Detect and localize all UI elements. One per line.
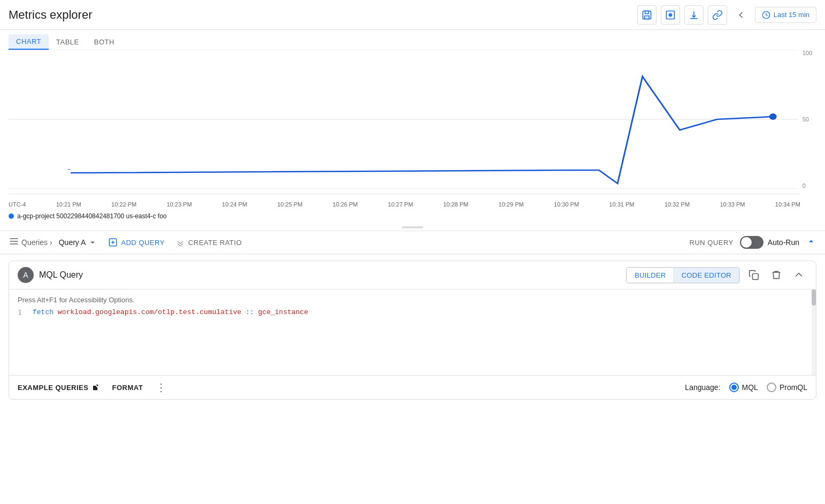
x-label-1032: 10:32 PM xyxy=(664,201,690,208)
x-label-1031: 10:31 PM xyxy=(609,201,635,208)
format-button[interactable]: FORMAT xyxy=(112,384,143,392)
run-query-button[interactable]: RUN QUERY xyxy=(690,239,734,247)
autorun-toggle-container: Auto-Run xyxy=(740,236,799,249)
language-label: Language: xyxy=(685,383,720,392)
tab-chart[interactable]: CHART xyxy=(9,34,49,50)
back-button[interactable] xyxy=(731,5,751,25)
svg-rect-0 xyxy=(643,11,651,19)
chart-legend: a-gcp-project 5002298440842481700 us-eas… xyxy=(0,210,825,224)
example-queries-label: EXAMPLE QUERIES xyxy=(18,384,88,392)
tab-both[interactable]: BOTH xyxy=(87,34,122,50)
code-fetch-keyword: fetch xyxy=(33,308,54,316)
query-panel: A MQL Query BUILDER CODE EDITOR Press Al… xyxy=(9,261,816,400)
dropdown-chevron-icon xyxy=(88,238,97,247)
chart-section: CHART TABLE BOTH 100 50 0 - UTC xyxy=(0,30,825,231)
chart-tabs: CHART TABLE BOTH xyxy=(0,30,825,50)
x-label-1023: 10:23 PM xyxy=(166,201,192,208)
example-queries-button[interactable]: EXAMPLE QUERIES xyxy=(18,384,99,392)
promql-radio-label: PromQL xyxy=(780,383,807,392)
time-range-button[interactable]: Last 15 min xyxy=(755,7,816,23)
app-header: Metrics explorer xyxy=(0,0,825,30)
code-content: fetch workload.googleapis.com/otlp.test.… xyxy=(33,308,308,316)
link-button[interactable] xyxy=(708,5,727,25)
x-label-1034: 10:34 PM xyxy=(775,201,800,208)
builder-button[interactable]: BUILDER xyxy=(627,268,674,283)
code-line-1: 1 fetch workload.googleapis.com/otlp.tes… xyxy=(18,308,807,316)
add-query-label: ADD QUERY xyxy=(121,239,165,247)
query-avatar: A xyxy=(18,267,34,283)
language-radio-group: MQL PromQL xyxy=(729,383,807,392)
more-options-button[interactable]: ⋮ xyxy=(156,381,166,394)
autorun-toggle[interactable] xyxy=(740,236,763,249)
code-path: workload.googleapis.com/otlp.test.cumula… xyxy=(58,308,241,316)
svg-rect-12 xyxy=(753,274,759,280)
autorun-label: Auto-Run xyxy=(768,238,799,247)
chart-x-axis xyxy=(9,194,800,194)
time-range-label: Last 15 min xyxy=(774,11,809,19)
query-toolbar: Queries › Query A ADD QUERY CREATE RATIO… xyxy=(0,231,825,254)
mql-radio-inner xyxy=(731,385,737,390)
scrollbar-thumb xyxy=(812,289,816,306)
line-number-1: 1 xyxy=(18,308,26,316)
create-ratio-icon xyxy=(175,238,185,247)
x-label-1022: 10:22 PM xyxy=(111,201,136,208)
chart-line-graph: - xyxy=(9,50,816,189)
editor-accessibility-hint: Press Alt+F1 for Accessibility Options. xyxy=(18,296,807,304)
promql-radio-circle xyxy=(767,383,776,392)
mql-radio[interactable]: MQL xyxy=(729,383,758,392)
promql-radio[interactable]: PromQL xyxy=(767,383,807,392)
create-ratio-label: CREATE RATIO xyxy=(188,239,242,247)
chart-area: 100 50 0 - UTC-4 10:21 PM 10:22 PM 10:23… xyxy=(9,50,816,210)
editor-toggle-group: BUILDER CODE EDITOR xyxy=(626,267,740,284)
x-label-1024: 10:24 PM xyxy=(222,201,247,208)
delete-button[interactable] xyxy=(768,266,785,284)
legend-color-dot xyxy=(9,213,14,219)
queries-menu-icon xyxy=(9,236,19,249)
svg-text:-: - xyxy=(67,165,70,173)
mql-radio-circle xyxy=(729,383,739,392)
code-resource: gce_instance xyxy=(258,308,308,316)
drag-handle-bar xyxy=(402,226,423,228)
queries-label: Queries xyxy=(21,238,48,247)
mql-radio-label: MQL xyxy=(742,383,758,392)
query-name-button[interactable]: Query A xyxy=(55,235,102,249)
language-section: Language: MQL PromQL xyxy=(685,383,807,392)
save-dashboard-button[interactable] xyxy=(637,5,656,25)
header-actions: Last 15 min xyxy=(637,5,816,25)
svg-rect-1 xyxy=(645,11,648,13)
external-link-icon xyxy=(91,384,99,391)
svg-rect-2 xyxy=(645,16,649,19)
expand-collapse-button[interactable] xyxy=(790,266,807,284)
tab-table[interactable]: TABLE xyxy=(49,34,87,50)
x-label-1029: 10:29 PM xyxy=(499,201,524,208)
create-ratio-button[interactable]: CREATE RATIO xyxy=(171,235,246,249)
query-panel-header: A MQL Query BUILDER CODE EDITOR xyxy=(9,261,816,289)
x-label-utc4: UTC-4 xyxy=(9,201,26,208)
add-query-plus-icon xyxy=(108,238,118,247)
x-label-1021: 10:21 PM xyxy=(56,201,81,208)
bottom-toolbar: EXAMPLE QUERIES FORMAT ⋮ Language: MQL P… xyxy=(9,375,816,399)
x-label-1026: 10:26 PM xyxy=(333,201,358,208)
toolbar-right: RUN QUERY Auto-Run xyxy=(690,236,816,249)
collapse-button[interactable] xyxy=(806,236,816,249)
x-label-1025: 10:25 PM xyxy=(277,201,302,208)
drag-handle[interactable] xyxy=(0,224,825,231)
editor-scrollbar[interactable] xyxy=(812,289,816,375)
legend-text: a-gcp-project 5002298440842481700 us-eas… xyxy=(17,212,167,220)
x-label-1030: 10:30 PM xyxy=(554,201,579,208)
download-button[interactable] xyxy=(684,5,704,25)
x-label-1028: 10:28 PM xyxy=(443,201,468,208)
code-separator: :: xyxy=(246,308,254,316)
query-panel-title: MQL Query xyxy=(39,270,621,280)
breadcrumb-chevron-icon: › xyxy=(50,238,52,247)
chart-x-labels: UTC-4 10:21 PM 10:22 PM 10:23 PM 10:24 P… xyxy=(9,201,800,208)
query-name-text: Query A xyxy=(59,238,86,247)
add-query-button[interactable]: ADD QUERY xyxy=(104,235,169,249)
copy-button[interactable] xyxy=(745,266,762,284)
x-label-1033: 10:33 PM xyxy=(720,201,745,208)
code-editor-button[interactable]: CODE EDITOR xyxy=(674,268,739,283)
query-editor[interactable]: Press Alt+F1 for Accessibility Options. … xyxy=(9,289,816,375)
magic-button[interactable] xyxy=(661,5,680,25)
x-label-1027: 10:27 PM xyxy=(388,201,413,208)
svg-point-9 xyxy=(769,113,777,120)
